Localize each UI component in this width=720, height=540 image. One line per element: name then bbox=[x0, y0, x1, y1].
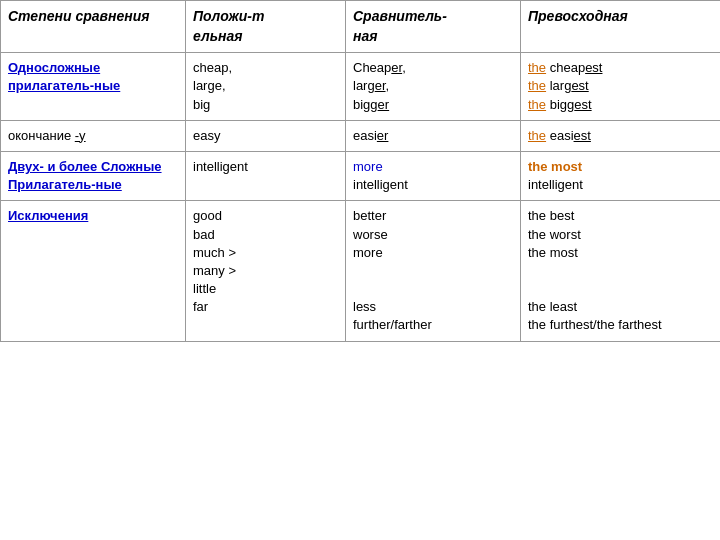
cell-multisyllabic-superlative: the mostintelligent bbox=[521, 151, 721, 200]
row-ending-y: окончание -у easy easier the easiest bbox=[1, 120, 721, 151]
header-col3: Сравнитель-ная bbox=[346, 1, 521, 53]
header-row: Степени сравнения Положи-тельная Сравнит… bbox=[1, 1, 721, 53]
header-col3-text: Сравнитель-ная bbox=[353, 8, 447, 44]
comparison-table-wrapper: Степени сравнения Положи-тельная Сравнит… bbox=[0, 0, 720, 342]
cell-multisyllabic-positive: intelligent bbox=[186, 151, 346, 200]
monosyllabic-superlative-text: the cheapest the largest the biggest bbox=[528, 60, 602, 111]
cell-exceptions-comparative: betterworsemorelessfurther/farther bbox=[346, 201, 521, 341]
cell-ending-positive: easy bbox=[186, 120, 346, 151]
monosyllabic-positive-text: cheap,large,big bbox=[193, 60, 232, 111]
exceptions-title: Исключения bbox=[8, 208, 88, 223]
cell-monosyllabic-label: Односложные прилагатель-ные bbox=[1, 53, 186, 121]
cell-ending-superlative: the easiest bbox=[521, 120, 721, 151]
cell-monosyllabic-positive: cheap,large,big bbox=[186, 53, 346, 121]
header-col2-text: Положи-тельная bbox=[193, 8, 264, 44]
exceptions-comparative-text: betterworsemorelessfurther/farther bbox=[353, 208, 432, 332]
monosyllabic-title: Односложные прилагатель-ные bbox=[8, 60, 120, 93]
row-monosyllabic: Односложные прилагатель-ные cheap,large,… bbox=[1, 53, 721, 121]
cell-exceptions-label: Исключения bbox=[1, 201, 186, 341]
header-col4-text: Превосходная bbox=[528, 8, 628, 24]
row-exceptions: Исключения goodbadmuch >many >littlefar … bbox=[1, 201, 721, 341]
multisyllabic-superlative-text: the mostintelligent bbox=[528, 159, 583, 192]
header-col1-text: Степени сравнения bbox=[8, 8, 149, 24]
ending-positive-text: easy bbox=[193, 128, 220, 143]
monosyllabic-comparative-text: Cheaper, larger, bigger bbox=[353, 60, 406, 111]
cell-multisyllabic-comparative: moreintelligent bbox=[346, 151, 521, 200]
exceptions-superlative-text: the bestthe worstthe mostthe leastthe fu… bbox=[528, 208, 662, 332]
header-col2: Положи-тельная bbox=[186, 1, 346, 53]
multisyllabic-title: Двух- и более Сложные Прилагатель-ные bbox=[8, 159, 162, 192]
cell-monosyllabic-comparative: Cheaper, larger, bigger bbox=[346, 53, 521, 121]
cell-ending-label: окончание -у bbox=[1, 120, 186, 151]
degrees-of-comparison-table: Степени сравнения Положи-тельная Сравнит… bbox=[0, 0, 720, 342]
header-col4: Превосходная bbox=[521, 1, 721, 53]
cell-exceptions-positive: goodbadmuch >many >littlefar bbox=[186, 201, 346, 341]
exceptions-positive-text: goodbadmuch >many >littlefar bbox=[193, 208, 236, 314]
cell-exceptions-superlative: the bestthe worstthe mostthe leastthe fu… bbox=[521, 201, 721, 341]
multisyllabic-comparative-text: moreintelligent bbox=[353, 159, 408, 192]
header-col1: Степени сравнения bbox=[1, 1, 186, 53]
cell-multisyllabic-label: Двух- и более Сложные Прилагатель-ные bbox=[1, 151, 186, 200]
row-multisyllabic: Двух- и более Сложные Прилагатель-ные in… bbox=[1, 151, 721, 200]
ending-comparative-text: easier bbox=[353, 128, 388, 143]
cell-ending-comparative: easier bbox=[346, 120, 521, 151]
multisyllabic-positive-text: intelligent bbox=[193, 159, 248, 174]
cell-monosyllabic-superlative: the cheapest the largest the biggest bbox=[521, 53, 721, 121]
ending-superlative-text: the easiest bbox=[528, 128, 591, 143]
ending-label-text: окончание -у bbox=[8, 128, 86, 143]
